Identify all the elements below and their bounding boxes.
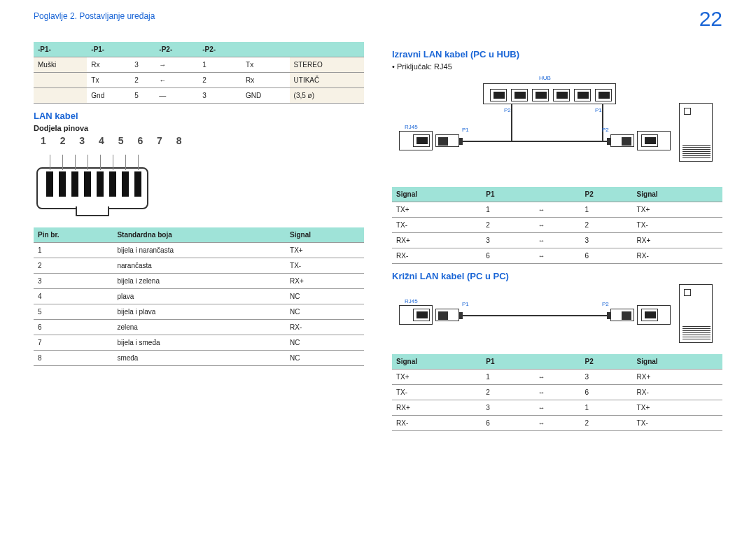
cross-lan-diagram: RJ45 P1 P2 <box>392 284 722 347</box>
direct-lan-table: SignalP1P2Signal TX+1↔1TX+ TX-2↔2TX- RX+… <box>392 187 722 264</box>
direct-lan-heading: Izravni LAN kabel (PC u HUB) <box>392 49 722 59</box>
page-number: 22 <box>699 7 722 31</box>
pin-assignment-heading: Dodjela pinova <box>34 124 364 132</box>
direct-lan-diagram: HUB P2 P1 RJ45 P1 P2 <box>392 75 722 180</box>
lan-kabel-heading: LAN kabel <box>34 111 364 121</box>
cross-lan-table: SignalP1P2Signal TX+1↔3RX+ TX-2↔6RX- RX+… <box>392 354 722 431</box>
connector-bullet: Priključak: RJ45 <box>392 62 722 71</box>
pinout-table: Pin br. Standardna boja Signal 1bijela i… <box>34 227 364 366</box>
chapter-label: Poglavlje 2. Postavljanje uređaja <box>34 11 155 21</box>
pin-numbers: 1 2 3 4 5 6 7 8 <box>41 135 364 146</box>
cross-lan-heading: Križni LAN kabel (PC u PC) <box>392 271 722 281</box>
rj45-connector-icon <box>34 148 153 218</box>
p1-p2-table: -P1- -P1- -P2- -P2- MuškiRx3→1TxSTEREO T… <box>34 42 364 104</box>
